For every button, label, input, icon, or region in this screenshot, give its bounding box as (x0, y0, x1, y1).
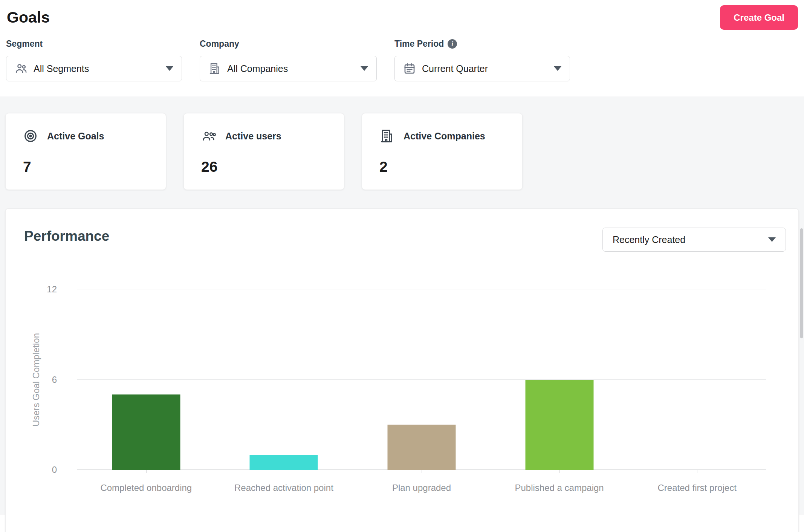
chevron-down-icon (768, 237, 776, 242)
calendar-icon (403, 62, 416, 75)
sort-value: Recently Created (613, 234, 685, 245)
x-tick (697, 470, 697, 473)
page-title: Goals (7, 5, 50, 30)
filter-company: Company All Companies (200, 38, 377, 81)
stat-value: 26 (201, 159, 344, 175)
stat-label: Active users (225, 131, 281, 142)
scrollbar-thumb[interactable] (800, 228, 803, 338)
stat-value: 7 (23, 159, 166, 175)
x-tick (559, 470, 560, 473)
x-axis-labels: Completed onboardingReached activation p… (77, 483, 766, 493)
performance-card: Performance Recently Created Users Goal … (5, 208, 799, 532)
users-icon (15, 62, 28, 75)
time-period-label-text: Time Period (394, 39, 444, 49)
bar-completed-onboarding[interactable] (112, 394, 180, 470)
bar-slot (628, 289, 766, 470)
stat-label: Active Companies (404, 131, 485, 142)
segment-value: All Segments (34, 63, 89, 74)
chevron-down-icon (166, 66, 173, 71)
users-group-icon (201, 128, 216, 144)
bar-slot (491, 289, 628, 470)
segment-dropdown[interactable]: All Segments (6, 56, 182, 81)
bar-slot (77, 289, 215, 470)
y-tick-label: 0 (34, 465, 57, 474)
chevron-down-icon (361, 66, 368, 71)
bar-published-a-campaign[interactable] (525, 380, 593, 470)
content-area: Active Goals 7 Active users 26 (0, 96, 804, 515)
performance-chart: Users Goal Completion 0612 (77, 289, 766, 470)
x-tick (422, 470, 422, 473)
building-icon (208, 62, 221, 75)
bar-plan-upgraded[interactable] (387, 425, 455, 470)
x-category-label: Plan upgraded (353, 483, 491, 493)
stat-card-active-companies: Active Companies 2 (362, 113, 523, 190)
stat-value: 2 (379, 159, 522, 175)
bar-slot (215, 289, 353, 470)
info-icon[interactable]: i (448, 39, 457, 49)
time-period-label: Time Period i (394, 38, 570, 50)
target-icon (23, 128, 38, 144)
stat-card-active-users: Active users 26 (183, 113, 344, 190)
performance-title: Performance (24, 228, 109, 244)
chevron-down-icon (554, 66, 561, 71)
building-icon (379, 128, 394, 144)
x-category-label: Published a campaign (491, 483, 628, 493)
stat-label: Active Goals (47, 131, 104, 142)
y-tick-label: 12 (34, 285, 57, 294)
stat-card-active-goals: Active Goals 7 (5, 113, 166, 190)
x-category-label: Created first project (628, 483, 766, 493)
x-category-label: Completed onboarding (77, 483, 215, 493)
company-dropdown[interactable]: All Companies (200, 56, 377, 81)
time-period-dropdown[interactable]: Current Quarter (394, 56, 570, 81)
y-tick-label: 6 (34, 375, 57, 384)
filters-bar: Segment All Segments Company (0, 38, 804, 81)
bars-container (77, 289, 766, 470)
topbar: Goals Create Goal (0, 0, 804, 38)
company-value: All Companies (227, 63, 288, 74)
sort-dropdown[interactable]: Recently Created (602, 228, 786, 252)
x-tick (146, 470, 147, 473)
x-tick (284, 470, 284, 473)
bar-slot (353, 289, 491, 470)
top-section: Goals Create Goal Segment All Segments C… (0, 0, 804, 96)
x-category-label: Reached activation point (215, 483, 353, 493)
stats-row: Active Goals 7 Active users 26 (5, 113, 804, 190)
filter-time-period: Time Period i Current Quarter (394, 38, 570, 81)
bar-reached-activation-point[interactable] (250, 455, 318, 470)
filter-segment: Segment All Segments (6, 38, 182, 81)
company-label: Company (200, 38, 377, 50)
create-goal-button[interactable]: Create Goal (720, 5, 798, 30)
segment-label: Segment (6, 38, 182, 50)
time-period-value: Current Quarter (422, 63, 488, 74)
